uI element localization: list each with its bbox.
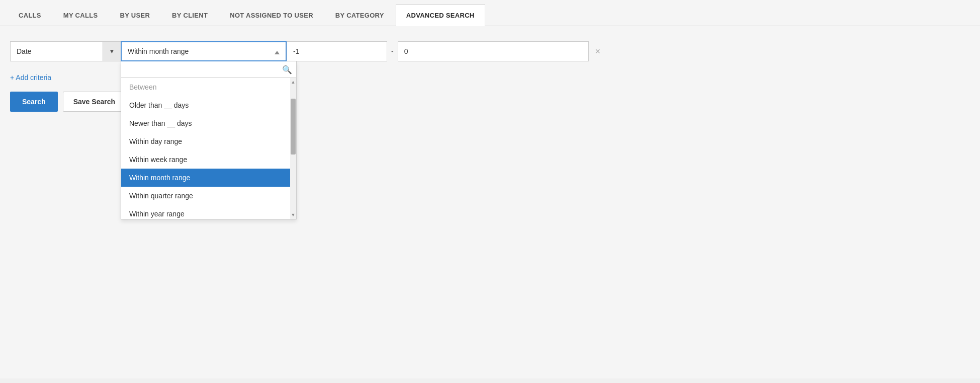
condition-trigger[interactable]: Within month range (121, 41, 287, 61)
condition-selected-label: Within month range (128, 47, 189, 55)
tab-by-client[interactable]: BY CLIENT (161, 4, 218, 26)
field-select[interactable]: Date Subject Status Priority (10, 41, 121, 61)
tab-not-assigned[interactable]: NOT ASSIGNED TO USER (219, 4, 324, 26)
scroll-thumb-area (290, 86, 296, 211)
dropdown-search-input[interactable] (125, 64, 282, 74)
condition-options-list: Between Older than __ days Newer than __… (121, 78, 296, 219)
condition-option-year-range[interactable]: Within year range (121, 205, 290, 219)
value-to-input[interactable] (398, 41, 589, 61)
main-content: Date Subject Status Priority ▼ Within mo… (0, 26, 980, 378)
tab-by-category[interactable]: BY CATEGORY (325, 4, 395, 26)
value-from-input[interactable] (287, 41, 387, 61)
condition-dropdown-container: Within month range 🔍 Between Older than … (121, 41, 287, 61)
field-selector-wrapper: Date Subject Status Priority ▼ (10, 41, 121, 61)
tab-by-user[interactable]: BY USER (109, 4, 160, 26)
condition-option-day-range[interactable]: Within day range (121, 132, 290, 150)
dropdown-search-icon: 🔍 (282, 65, 292, 74)
scroll-up-arrow[interactable]: ▲ (290, 78, 296, 86)
dropdown-scrollbar: ▲ ▼ (290, 78, 296, 219)
save-search-button[interactable]: Save Search (63, 92, 126, 112)
tab-bar: CALLS MY CALLS BY USER BY CLIENT NOT ASS… (0, 0, 980, 26)
condition-option-newer-days[interactable]: Newer than __ days (121, 114, 290, 132)
tab-calls[interactable]: CALLS (8, 4, 52, 26)
criteria-row: Date Subject Status Priority ▼ Within mo… (10, 41, 970, 61)
range-separator: - (387, 41, 398, 61)
scroll-down-arrow[interactable]: ▼ (290, 211, 296, 219)
dropdown-search-bar: 🔍 (121, 61, 296, 78)
add-criteria-link[interactable]: + Add criteria (10, 73, 51, 82)
tab-my-calls[interactable]: MY CALLS (53, 4, 109, 26)
condition-option-week-range[interactable]: Within week range (121, 150, 290, 169)
condition-option-quarter-range[interactable]: Within quarter range (121, 187, 290, 205)
condition-dropdown-panel: 🔍 Between Older than __ days Newer than … (121, 61, 297, 219)
scroll-thumb[interactable] (291, 99, 296, 155)
clear-criteria-button[interactable]: × (589, 41, 607, 61)
condition-option-between[interactable]: Between (121, 78, 290, 96)
condition-option-older-days[interactable]: Older than __ days (121, 96, 290, 114)
condition-option-month-range[interactable]: Within month range (121, 169, 290, 187)
tab-advanced-search[interactable]: ADVANCED SEARCH (396, 4, 485, 26)
search-button[interactable]: Search (10, 92, 58, 112)
condition-arrow-up-icon (275, 48, 280, 54)
